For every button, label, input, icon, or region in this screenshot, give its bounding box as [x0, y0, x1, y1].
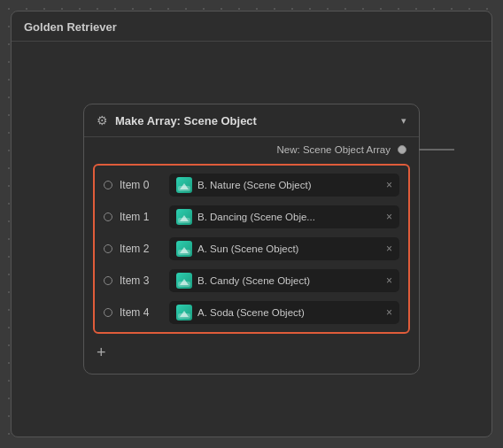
table-row: Item 2A. Sun (Scene Object)×	[95, 233, 408, 265]
table-row: Item 3B. Candy (Scene Object)×	[95, 265, 408, 297]
item-value-box[interactable]: A. Soda (Scene Object)×	[169, 301, 399, 324]
item-remove-button[interactable]: ×	[386, 274, 392, 287]
item-value-text: B. Dancing (Scene Obje...	[197, 212, 381, 222]
output-row: New: Scene Object Array	[84, 137, 419, 158]
item-socket-circle[interactable]	[104, 181, 112, 189]
add-item-button[interactable]: +	[97, 344, 106, 361]
item-value-box[interactable]: B. Dancing (Scene Obje...×	[169, 205, 399, 228]
item-socket-circle[interactable]	[104, 244, 112, 253]
item-socket-circle[interactable]	[104, 276, 112, 285]
item-remove-button[interactable]: ×	[386, 306, 392, 319]
item-remove-button[interactable]: ×	[386, 243, 392, 255]
item-label: Item 4	[120, 306, 162, 319]
window-title: Golden Retriever	[12, 12, 491, 42]
item-socket-circle[interactable]	[104, 308, 112, 317]
scene-object-icon	[176, 241, 192, 257]
node-card: ⚙ Make Array: Scene Object ▾ New: Scene …	[83, 104, 420, 375]
item-label: Item 1	[120, 211, 162, 223]
output-label: New: Scene Object Array	[277, 144, 391, 155]
item-value-text: A. Soda (Scene Object)	[197, 307, 381, 318]
node-header: ⚙ Make Array: Scene Object ▾	[84, 104, 419, 137]
item-socket-circle[interactable]	[104, 212, 112, 221]
node-title: Make Array: Scene Object	[115, 114, 394, 127]
scene-object-icon	[176, 305, 192, 321]
table-row: Item 0B. Nature (Scene Object)×	[95, 169, 408, 201]
scene-object-icon	[176, 273, 192, 289]
window-panel: Golden Retriever ⚙ Make Array: Scene Obj…	[11, 11, 492, 437]
item-value-box[interactable]: B. Candy (Scene Object)×	[169, 269, 399, 292]
item-label: Item 0	[120, 179, 162, 191]
item-value-text: A. Sun (Scene Object)	[197, 243, 381, 254]
item-label: Item 3	[120, 274, 162, 287]
item-value-text: B. Nature (Scene Object)	[197, 180, 381, 190]
scene-object-icon	[176, 177, 192, 193]
table-row: Item 4A. Soda (Scene Object)×	[95, 297, 408, 328]
item-value-text: B. Candy (Scene Object)	[197, 275, 381, 286]
items-container: Item 0B. Nature (Scene Object)×Item 1B. …	[93, 164, 410, 334]
window-body: ⚙ Make Array: Scene Object ▾ New: Scene …	[12, 42, 491, 436]
item-value-box[interactable]: B. Nature (Scene Object)×	[169, 174, 399, 197]
item-remove-button[interactable]: ×	[386, 211, 392, 223]
item-value-box[interactable]: A. Sun (Scene Object)×	[169, 237, 399, 260]
output-socket[interactable]	[398, 145, 406, 154]
item-remove-button[interactable]: ×	[386, 179, 392, 191]
item-label: Item 2	[120, 243, 162, 255]
add-row: +	[84, 339, 419, 361]
dropdown-arrow-icon[interactable]: ▾	[401, 115, 406, 127]
scene-object-icon	[176, 209, 192, 225]
output-connector-line	[419, 149, 454, 151]
gear-icon: ⚙	[97, 113, 108, 127]
table-row: Item 1B. Dancing (Scene Obje...×	[95, 201, 408, 233]
